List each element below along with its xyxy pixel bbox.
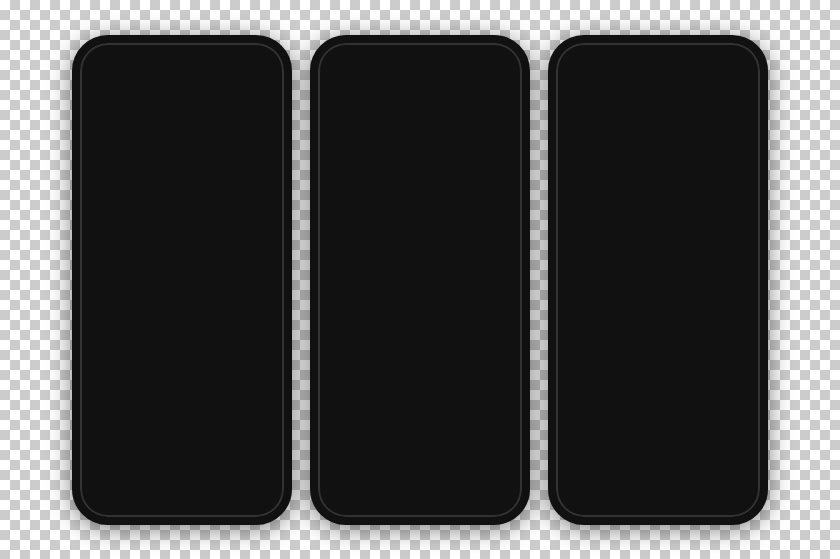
result-item-2[interactable]: 👤 airjrdn Jordan Springstroh + (318, 216, 522, 269)
back-arrow-3[interactable]: ← (568, 68, 582, 84)
key-q[interactable]: q (320, 396, 337, 416)
back-arrow-1[interactable]: ← (92, 66, 106, 82)
phone-2-content: 2:04 ▐▐▐ ▲ ▮ 🔍 Jord Cancel If an Instagr… (318, 43, 522, 517)
screen-title-3: Secret Crush (556, 87, 760, 122)
info-icon-3[interactable]: i (730, 67, 748, 85)
key-h[interactable]: h (432, 419, 450, 439)
nav-back-3[interactable]: ◁ (598, 496, 607, 510)
key-v[interactable]: v (411, 442, 429, 462)
empty-circle-9 (94, 470, 156, 517)
key-k[interactable]: k (474, 419, 492, 439)
match-modal: 👤 You've matched in Secret Crush! You ca… (556, 295, 760, 489)
nav-recent-3[interactable]: ▭ (707, 496, 718, 510)
status-icons-3: ▐▐▐ ▲ ▮ (716, 49, 748, 57)
key-row-3: ⇧ z x c v b n m ⌫ (320, 442, 520, 462)
app-header-1: ← i (80, 61, 284, 85)
key-i[interactable]: i (462, 396, 479, 416)
key-o[interactable]: o (482, 396, 499, 416)
key-z[interactable]: z (349, 442, 367, 462)
key-j[interactable]: j (453, 419, 471, 439)
modal-body: You've matched in Secret Crush! You can … (556, 365, 760, 489)
empty-circle-6 (166, 326, 228, 388)
key-num[interactable]: ?123 (325, 465, 351, 485)
key-r[interactable]: r (381, 396, 398, 416)
key-l[interactable]: l (495, 419, 513, 439)
go-to-chat-button[interactable]: Go to Chat (663, 445, 744, 477)
key-b[interactable]: b (432, 442, 450, 462)
result-avatar-2: 👤 (330, 224, 366, 260)
key-y[interactable]: y (422, 396, 439, 416)
result-add-4[interactable]: + (490, 338, 510, 358)
result-username-2: airjrdn (376, 231, 480, 243)
key-x[interactable]: x (370, 442, 388, 462)
result-info-3: jordie Jordie Max (376, 284, 480, 306)
signal-icon: ▐▐▐ (240, 48, 255, 55)
key-a[interactable]: a (327, 419, 345, 439)
key-delete[interactable]: ⌫ (494, 442, 520, 462)
info-icon-1[interactable]: i (254, 65, 272, 83)
result-item-3[interactable]: 👤 jordie Jordie Max + (318, 269, 522, 322)
phone-2-screen: 2:04 ▐▐▐ ▲ ▮ 🔍 Jord Cancel If an Instagr… (318, 43, 522, 517)
key-g[interactable]: g (411, 419, 429, 439)
add-crush-circle-3[interactable]: + (570, 184, 632, 246)
phone-2: 2:04 ▐▐▐ ▲ ▮ 🔍 Jord Cancel If an Instagr… (310, 35, 530, 525)
result-username-4: mo_mo (376, 337, 480, 349)
crush-photo-1: 👤 (642, 184, 704, 246)
key-u[interactable]: u (442, 396, 459, 416)
search-info-banner: If an Instagram follower also joined Dat… (318, 99, 522, 163)
result-add-3[interactable]: + (490, 285, 510, 305)
key-space[interactable] (375, 465, 465, 485)
key-e[interactable]: e (361, 396, 378, 416)
status-bar-3: 2:04 ▐▐▐ ▲ ▮ (556, 43, 760, 63)
search-input[interactable]: Jord (356, 72, 460, 84)
key-comma[interactable]: , (354, 465, 372, 485)
key-n[interactable]: n (453, 442, 471, 462)
search-results: 👤 jordan_felix Jordan Felix + 👤 airjrdn … (318, 163, 522, 392)
modal-avatar: 👤 (623, 295, 693, 345)
battery-icon-2: ▮ (506, 49, 510, 57)
key-row-2: a s d f g h j k l (320, 419, 520, 439)
nav-back-2[interactable]: ◁ (360, 496, 369, 510)
result-name-4: Jordon Momo (376, 349, 480, 359)
result-item-4[interactable]: 👤 mo_mo Jordon Momo + (318, 322, 522, 375)
nav-recent-2[interactable]: ▭ (469, 496, 480, 510)
key-period[interactable]: . (468, 465, 486, 485)
result-add-1[interactable]: + (490, 179, 510, 199)
search-cancel-btn[interactable]: Cancel (478, 72, 512, 84)
key-t[interactable]: t (401, 396, 418, 416)
key-d[interactable]: d (369, 419, 387, 439)
search-box[interactable]: 🔍 Jord (328, 67, 470, 89)
nav-home-2[interactable]: ⬤ (412, 496, 425, 510)
status-bar-1: 2:04 ▐▐▐ ▲ ▮ (80, 43, 284, 61)
key-f[interactable]: f (390, 419, 408, 439)
screen-subtitle-3: Choose crushes from your Facebook friend… (556, 122, 760, 180)
nav-home-3[interactable]: ⬤ (650, 496, 663, 510)
wifi-icon-3: ▲ (734, 49, 741, 56)
result-add-2[interactable]: + (490, 232, 510, 252)
status-time-1: 2:04 (92, 47, 110, 57)
result-avatar-4: 👤 (330, 330, 366, 366)
keyboard: q w e r t y u i o p a s d f g h (318, 392, 522, 489)
modal-title: You've matched in Secret Crush! (572, 369, 744, 401)
app-header-3: ← i (556, 63, 760, 87)
battery-icon: ▮ (268, 48, 272, 56)
search-header: 🔍 Jord Cancel (318, 63, 522, 99)
key-w[interactable]: w (340, 396, 357, 416)
phone-3-screen: 2:04 ▐▐▐ ▲ ▮ ← i Secret Crush Choose cru… (556, 43, 760, 517)
key-m[interactable]: m (473, 442, 491, 462)
crush-circles-1: + (80, 178, 284, 517)
not-now-button[interactable]: Not Now (572, 445, 655, 477)
key-c[interactable]: c (390, 442, 408, 462)
key-shift[interactable]: ⇧ (320, 442, 346, 462)
result-item-1[interactable]: 👤 jordan_felix Jordan Felix + (318, 163, 522, 216)
result-info-4: mo_mo Jordon Momo (376, 337, 480, 359)
key-s[interactable]: s (348, 419, 366, 439)
key-enter[interactable]: ↵ (489, 465, 515, 485)
modal-description: You can now chat with Jordan (@airjrdn) … (572, 405, 744, 433)
modal-avatar-area: 👤 (556, 295, 760, 365)
status-time-3: 2:04 (568, 48, 586, 58)
result-name-2: Jordan Springstroh (376, 243, 480, 253)
empty-circle-3 (94, 254, 156, 316)
add-crush-circle[interactable]: + (94, 182, 156, 244)
key-p[interactable]: p (503, 396, 520, 416)
